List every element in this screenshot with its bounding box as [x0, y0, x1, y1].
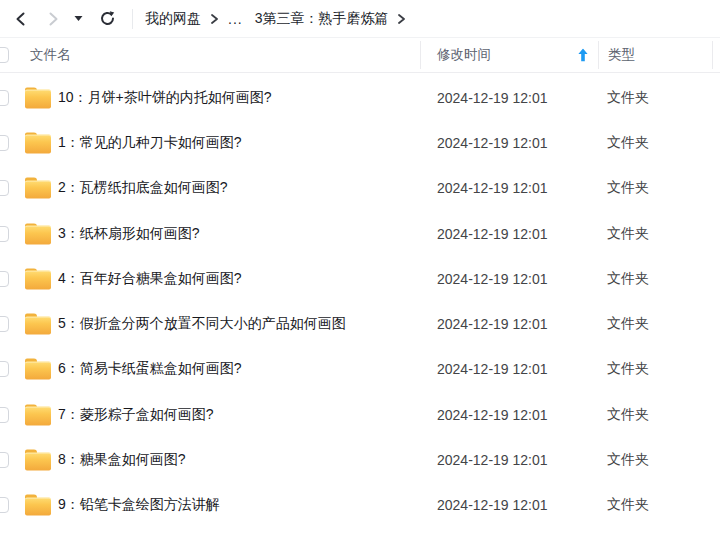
- file-name[interactable]: 10：月饼+茶叶饼的内托如何画图?: [58, 89, 428, 107]
- file-modified-time: 2024-12-19 12:01: [437, 226, 548, 242]
- file-type: 文件夹: [607, 89, 649, 107]
- folder-icon[interactable]: [25, 268, 51, 289]
- row-checkbox[interactable]: [0, 407, 9, 423]
- file-modified-time: 2024-12-19 12:01: [437, 90, 548, 106]
- table-row[interactable]: 3：纸杯扇形如何画图? 2024-12-19 12:01 文件夹: [0, 211, 720, 256]
- table-row[interactable]: 2：瓦楞纸扣底盒如何画图? 2024-12-19 12:01 文件夹: [0, 166, 720, 211]
- folder-icon[interactable]: [25, 223, 51, 244]
- row-checkbox[interactable]: [0, 180, 9, 196]
- file-modified-time: 2024-12-19 12:01: [437, 452, 548, 468]
- chevron-left-icon: [13, 11, 29, 27]
- file-modified-time: 2024-12-19 12:01: [437, 407, 548, 423]
- table-header: 文件名 修改时间 类型: [0, 38, 720, 73]
- file-modified-time: 2024-12-19 12:01: [437, 497, 548, 513]
- breadcrumb-separator: [210, 14, 219, 24]
- file-name[interactable]: 3：纸杯扇形如何画图?: [58, 225, 428, 243]
- table-row[interactable]: 5：假折盒分两个放置不同大小的产品如何画图 2024-12-19 12:01 文…: [0, 301, 720, 346]
- row-checkbox[interactable]: [0, 497, 9, 513]
- row-checkbox[interactable]: [0, 135, 9, 151]
- table-row[interactable]: 6：简易卡纸蛋糕盒如何画图? 2024-12-19 12:01 文件夹: [0, 347, 720, 392]
- column-header-type[interactable]: 类型: [608, 46, 635, 64]
- table-row[interactable]: 1：常见的几种刀卡如何画图? 2024-12-19 12:01 文件夹: [0, 120, 720, 165]
- breadcrumb-collapsed[interactable]: ...: [228, 11, 243, 27]
- folder-icon[interactable]: [25, 314, 51, 335]
- navbar-divider: [132, 9, 133, 29]
- row-checkbox[interactable]: [0, 361, 9, 377]
- history-dropdown-button[interactable]: [70, 6, 86, 32]
- file-modified-time: 2024-12-19 12:01: [437, 271, 548, 287]
- caret-down-icon: [74, 15, 83, 22]
- forward-button[interactable]: [40, 6, 66, 32]
- file-type: 文件夹: [607, 225, 649, 243]
- column-header-modified[interactable]: 修改时间: [437, 46, 491, 64]
- file-name[interactable]: 2：瓦楞纸扣底盒如何画图?: [58, 179, 428, 197]
- folder-icon[interactable]: [25, 404, 51, 425]
- row-checkbox[interactable]: [0, 316, 9, 332]
- file-name[interactable]: 9：铅笔卡盒绘图方法讲解: [58, 496, 428, 514]
- folder-icon[interactable]: [25, 87, 51, 108]
- folder-icon[interactable]: [25, 178, 51, 199]
- file-type: 文件夹: [607, 179, 649, 197]
- breadcrumb: 我的网盘 ... 3第三章：熟手磨炼篇: [145, 10, 415, 28]
- file-type: 文件夹: [607, 451, 649, 469]
- row-checkbox[interactable]: [0, 90, 9, 106]
- sort-ascending-icon[interactable]: [578, 49, 588, 62]
- row-checkbox[interactable]: [0, 452, 9, 468]
- file-type: 文件夹: [607, 315, 649, 333]
- file-name[interactable]: 6：简易卡纸蛋糕盒如何画图?: [58, 360, 428, 378]
- select-all-checkbox[interactable]: [0, 47, 9, 63]
- breadcrumb-current[interactable]: 3第三章：熟手磨炼篇: [255, 10, 389, 28]
- row-checkbox[interactable]: [0, 271, 9, 287]
- breadcrumb-separator: [397, 14, 406, 24]
- file-modified-time: 2024-12-19 12:01: [437, 361, 548, 377]
- folder-icon[interactable]: [25, 132, 51, 153]
- folder-icon[interactable]: [25, 450, 51, 471]
- file-type: 文件夹: [607, 406, 649, 424]
- file-name[interactable]: 8：糖果盒如何画图?: [58, 451, 428, 469]
- table-row[interactable]: 4：百年好合糖果盒如何画图? 2024-12-19 12:01 文件夹: [0, 256, 720, 301]
- table-row[interactable]: 7：菱形粽子盒如何画图? 2024-12-19 12:01 文件夹: [0, 392, 720, 437]
- navigation-bar: 我的网盘 ... 3第三章：熟手磨炼篇: [0, 0, 720, 38]
- refresh-icon: [99, 10, 116, 27]
- file-name[interactable]: 1：常见的几种刀卡如何画图?: [58, 134, 428, 152]
- file-name[interactable]: 7：菱形粽子盒如何画图?: [58, 406, 428, 424]
- column-divider: [712, 41, 713, 69]
- file-type: 文件夹: [607, 134, 649, 152]
- table-row[interactable]: 10：月饼+茶叶饼的内托如何画图? 2024-12-19 12:01 文件夹: [0, 75, 720, 120]
- column-header-filename[interactable]: 文件名: [30, 46, 71, 64]
- file-name[interactable]: 5：假折盒分两个放置不同大小的产品如何画图: [58, 315, 428, 333]
- column-divider: [598, 41, 599, 69]
- file-manager-window: 我的网盘 ... 3第三章：熟手磨炼篇 文件名 修改时间: [0, 0, 720, 550]
- file-list: 10：月饼+茶叶饼的内托如何画图? 2024-12-19 12:01 文件夹 1…: [0, 73, 720, 528]
- breadcrumb-root[interactable]: 我的网盘: [145, 10, 201, 28]
- table-row[interactable]: 8：糖果盒如何画图? 2024-12-19 12:01 文件夹: [0, 437, 720, 482]
- file-modified-time: 2024-12-19 12:01: [437, 180, 548, 196]
- file-modified-time: 2024-12-19 12:01: [437, 135, 548, 151]
- file-type: 文件夹: [607, 496, 649, 514]
- column-divider: [420, 41, 421, 69]
- file-type: 文件夹: [607, 360, 649, 378]
- back-button[interactable]: [8, 6, 34, 32]
- file-modified-time: 2024-12-19 12:01: [437, 316, 548, 332]
- table-row[interactable]: 9：铅笔卡盒绘图方法讲解 2024-12-19 12:01 文件夹: [0, 483, 720, 528]
- file-name[interactable]: 4：百年好合糖果盒如何画图?: [58, 270, 428, 288]
- chevron-right-icon: [45, 11, 61, 27]
- refresh-button[interactable]: [94, 6, 120, 32]
- row-checkbox[interactable]: [0, 226, 9, 242]
- file-type: 文件夹: [607, 270, 649, 288]
- folder-icon[interactable]: [25, 359, 51, 380]
- chevron-right-icon: [397, 14, 406, 24]
- chevron-right-icon: [210, 14, 219, 24]
- folder-icon[interactable]: [25, 495, 51, 516]
